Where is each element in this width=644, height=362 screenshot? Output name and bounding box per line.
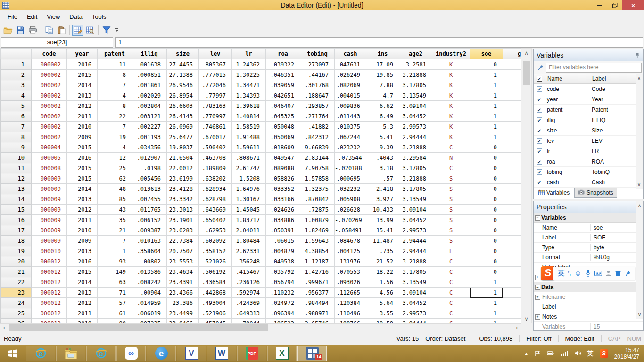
cell-g[interactable] <box>503 319 521 324</box>
cell-patent[interactable]: 8 <box>98 101 132 111</box>
cell-lr[interactable]: 1.34471 <box>232 80 266 90</box>
copy-button[interactable] <box>43 25 55 36</box>
restore-button[interactable] <box>607 0 622 10</box>
cell-soe[interactable]: 0 <box>470 163 503 173</box>
cell-lev[interactable]: .506192 <box>199 267 232 277</box>
cell-lr[interactable]: 2.62331 <box>232 246 266 256</box>
cell-g[interactable] <box>503 184 521 194</box>
cell-age2[interactable]: 3.29584 <box>399 153 432 163</box>
cell-code[interactable]: 000002 <box>32 80 67 90</box>
cell-ins[interactable]: 2.418 <box>366 184 399 194</box>
row-number[interactable]: 2 <box>1 70 32 80</box>
cell-age2[interactable]: 2.99573 <box>399 308 432 319</box>
cell-year[interactable]: 2013 <box>67 288 98 298</box>
row-number[interactable]: 7 <box>1 122 32 132</box>
scroll-right-icon[interactable]: › <box>512 324 521 332</box>
variable-list-item-code[interactable]: ✔codeCode <box>534 84 643 94</box>
cell-cash[interactable]: .004125 <box>335 246 366 256</box>
property-row-name[interactable]: Namesoe <box>534 223 643 233</box>
cell-code[interactable]: 000004 <box>32 142 67 153</box>
cell-patent[interactable]: 93 <box>98 256 132 267</box>
cell-industry2[interactable]: S <box>432 194 470 205</box>
cell-code[interactable]: 000009 <box>32 236 67 246</box>
variable-list-item-year[interactable]: ✔yearYear <box>534 94 643 105</box>
cell-size[interactable]: 27.1388 <box>167 70 199 80</box>
row-number[interactable]: 8 <box>1 132 32 142</box>
cell-patent[interactable]: 21 <box>98 225 132 236</box>
close-button[interactable]: × <box>622 0 644 10</box>
cell-tobinq[interactable]: 2.83144 <box>300 153 335 163</box>
cell-illiq[interactable]: .010163 <box>132 236 167 246</box>
column-header-g[interactable]: g <box>503 49 521 59</box>
cell-roa[interactable]: .106523 <box>266 319 300 324</box>
volume-icon[interactable] <box>574 350 581 356</box>
cell-age2[interactable]: 3.21888 <box>399 173 432 184</box>
cell-year[interactable]: 2015 <box>67 163 98 173</box>
row-number[interactable]: 13 <box>1 184 32 194</box>
cell-age2[interactable]: 3.17805 <box>399 163 432 173</box>
row-number[interactable]: 23 <box>1 288 32 298</box>
cell-lr[interactable]: 1.34393 <box>232 90 266 101</box>
taskbar-app-stata[interactable]: 14 <box>297 346 327 361</box>
filter-dropdown-button[interactable] <box>114 28 119 32</box>
cell-soe[interactable]: 0 <box>470 59 503 70</box>
cell-illiq[interactable]: .006019 <box>132 308 167 319</box>
cell-tobinq[interactable]: 4.38854 <box>300 246 335 256</box>
vertical-scroll-thumb[interactable] <box>523 61 530 85</box>
cell-lev[interactable]: .805367 <box>199 59 232 70</box>
cell-patent[interactable]: 25 <box>98 163 132 173</box>
column-header-roa[interactable]: roa <box>266 49 300 59</box>
toolbox-wrench-icon[interactable] <box>625 270 631 276</box>
cell-illiq[interactable]: .005456 <box>132 173 167 184</box>
property-row-notes[interactable]: +Notes <box>534 312 643 322</box>
cell-patent[interactable]: 71 <box>98 288 132 298</box>
property-value[interactable]: soe <box>590 224 643 231</box>
cell-g[interactable] <box>503 132 521 142</box>
cell-code[interactable]: 000012 <box>32 308 67 319</box>
cell-size[interactable]: 23.0466 <box>167 319 199 324</box>
variable-list-item-size[interactable]: ✔sizeSize <box>534 125 643 136</box>
cell-age2[interactable]: 3.21888 <box>399 142 432 153</box>
cell-cash[interactable]: .026249 <box>335 70 366 80</box>
horizontal-scroll-thumb[interactable] <box>9 324 268 331</box>
cell-soe[interactable]: 0 <box>470 194 503 205</box>
cell-roa[interactable]: .035792 <box>266 267 300 277</box>
cell-patent[interactable]: 11 <box>98 59 132 70</box>
cell-patent[interactable]: 7 <box>98 236 132 246</box>
cell-patent[interactable]: 63 <box>98 277 132 288</box>
cell-size[interactable]: 26.8954 <box>167 90 199 101</box>
tray-expand-icon[interactable]: ▲ <box>524 351 528 356</box>
cell-ins[interactable]: .735 <box>366 246 399 256</box>
cell-age2[interactable]: 3.04452 <box>399 298 432 308</box>
cell-lev[interactable]: .189809 <box>199 163 232 173</box>
cell-industry2[interactable]: C <box>432 298 470 308</box>
cell-year[interactable]: 2010 <box>67 225 98 236</box>
cell-illiq[interactable]: .001638 <box>132 59 167 70</box>
cell-tobinq[interactable]: .188647 <box>300 90 335 101</box>
cell-lr[interactable]: .592974 <box>232 288 266 298</box>
cell-year[interactable]: 2014 <box>67 80 98 90</box>
taskbar-app-ie[interactable]: e <box>26 346 55 361</box>
cell-roa[interactable]: .039322 <box>266 59 300 70</box>
cell-cash[interactable]: .010375 <box>335 122 366 132</box>
cell-ins[interactable]: 19.59 <box>366 319 399 324</box>
cell-cash[interactable]: .005908 <box>335 194 366 205</box>
paste-button[interactable] <box>56 25 67 36</box>
variable-checkbox[interactable]: ✔ <box>537 148 542 154</box>
cell-code[interactable]: 000009 <box>32 184 67 194</box>
cell-lev[interactable]: .628798 <box>199 194 232 205</box>
expand-icon[interactable]: + <box>535 314 540 320</box>
cell-cash[interactable]: -.020188 <box>335 163 366 173</box>
cell-cash[interactable]: .011443 <box>335 111 366 122</box>
ime-english-mode[interactable]: 英 <box>558 269 564 278</box>
cell-tobinq[interactable]: .956377 <box>300 288 335 298</box>
cell-size[interactable]: 20.7507 <box>167 246 199 256</box>
cell-cash[interactable]: .023232 <box>335 142 366 153</box>
cell-g[interactable] <box>503 246 521 256</box>
cell-soe[interactable]: 0 <box>470 153 503 163</box>
cell-tobinq[interactable]: 7.90758 <box>300 163 335 173</box>
cell-soe[interactable]: 0 <box>470 246 503 256</box>
cell-illiq[interactable]: .011765 <box>132 205 167 215</box>
properties-scroll-down-icon[interactable]: ∨ <box>636 310 643 319</box>
cell-lr[interactable]: .356248 <box>232 256 266 267</box>
